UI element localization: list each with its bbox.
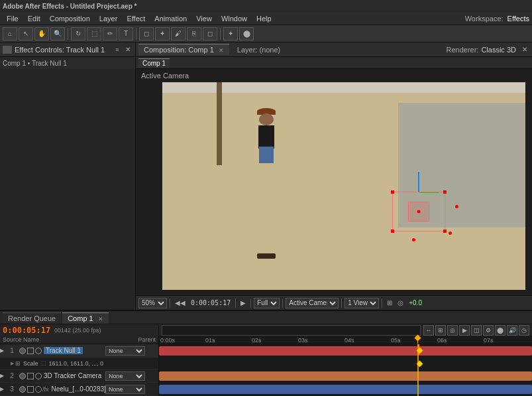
tl-tool6[interactable]: ⚙	[483, 325, 494, 336]
audio-1[interactable]	[35, 348, 42, 354]
solo-1[interactable]	[19, 348, 26, 354]
ruler-2s: 02s	[252, 337, 262, 344]
video-1[interactable]	[27, 348, 34, 354]
comp-toolbar: 50% ◀◀ 0:00:05:17 ▶ Full Active Camera 1…	[136, 295, 532, 310]
render-queue-tab[interactable]: Render Queue	[3, 312, 61, 324]
scale-expand[interactable]: ▶	[11, 361, 14, 366]
axis-vertical	[418, 172, 419, 192]
comp-sub-tab[interactable]: Comp 1	[138, 58, 170, 68]
quality-select[interactable]: Full	[254, 298, 280, 308]
time-ruler: 0:00s 01s 02s 03s 04s 05s 06s 07s	[159, 336, 532, 344]
menu-help[interactable]: Help	[252, 13, 276, 24]
layer-row-3: ▶ 3 /fx Neelu_[...0-00283].jpg None	[0, 383, 158, 396]
toolbar-clone-btn[interactable]: ⎘	[187, 27, 201, 40]
composition-tab[interactable]: Composition: Comp 1 ✕	[138, 44, 229, 55]
track-bar-1	[159, 346, 532, 356]
panel-menu-btn[interactable]: ≡	[113, 45, 122, 54]
parent-select-3[interactable]: None	[105, 385, 145, 394]
toolbar-pen-btn[interactable]: ✏	[103, 27, 117, 40]
menu-window[interactable]: Window	[217, 13, 251, 24]
comp-viewer[interactable]: Active Camera	[136, 69, 532, 295]
comp-panel-close-btn[interactable]: ✕	[520, 45, 529, 54]
comp-tab-label: Composition: Comp 1	[144, 46, 214, 54]
play-btn[interactable]: ▶	[239, 299, 248, 306]
ct-sep5	[341, 298, 342, 308]
body	[258, 125, 274, 149]
track-bar-3	[159, 385, 532, 394]
tl-tool7[interactable]: ⬤	[495, 325, 505, 336]
toolbar-sep1	[68, 28, 68, 40]
transform-icon: ⊞	[15, 360, 21, 367]
layer-label: Layer: (none)	[237, 46, 280, 54]
menu-composition[interactable]: Composition	[46, 13, 94, 24]
audio-3[interactable]	[35, 386, 42, 393]
ruler-6s: 06s	[437, 337, 447, 344]
time-display: 0:00:05:17	[189, 299, 233, 306]
tl-tool2[interactable]: ⊞	[435, 325, 446, 336]
toolbar: ⌂ ↖ ✋ 🔍 ↻ ⬚ ✏ T ◻ ✦ 🖌 ⎘ ◻ ✦ ⬤	[0, 25, 532, 42]
video-3[interactable]	[27, 386, 34, 393]
menu-animation[interactable]: Animation	[150, 13, 191, 24]
expand-1[interactable]: ▶	[0, 348, 4, 354]
toolbar-shape-btn[interactable]: ◻	[139, 27, 154, 40]
tl-tool1[interactable]: ↔	[423, 325, 434, 336]
menu-layer[interactable]: Layer	[95, 13, 122, 24]
layer-name-2[interactable]: 3D Tracker Camera	[42, 372, 105, 379]
camera-select[interactable]: Active Camera	[286, 298, 339, 308]
tl-tool4[interactable]: ▶	[459, 325, 470, 336]
views-select[interactable]: 1 View	[345, 298, 379, 308]
layer-num-2: 2	[5, 372, 19, 379]
menu-view[interactable]: View	[192, 13, 216, 24]
current-time-display[interactable]: 0:00:05:17	[0, 326, 53, 335]
expand-3[interactable]: ▶	[0, 386, 4, 392]
corner-tr	[443, 190, 447, 194]
toolbar-home-btn[interactable]: ⌂	[3, 27, 17, 40]
track-area	[159, 344, 532, 396]
title-bar: Adobe After Effects - Untitled Project.a…	[0, 0, 532, 12]
renderer-label: Renderer:	[447, 46, 479, 54]
toolbar-brush-btn[interactable]: 🖌	[171, 27, 186, 40]
toolbar-roto-btn[interactable]: ⬤	[239, 27, 254, 40]
parent-select-1[interactable]: None	[105, 346, 145, 356]
video-2[interactable]	[27, 373, 34, 379]
tl-tool3[interactable]: ◎	[447, 325, 458, 336]
zoom-select[interactable]: 50%	[138, 298, 167, 308]
toolbar-zoom-btn[interactable]: 🔍	[50, 27, 65, 40]
motion-blur-btn[interactable]: ◎	[396, 299, 405, 306]
menu-edit[interactable]: Edit	[24, 13, 44, 24]
solo-2[interactable]	[19, 373, 26, 379]
parent-select-2[interactable]: None	[105, 371, 145, 381]
toolbar-hand-btn[interactable]: ✋	[34, 27, 49, 40]
comp-timeline-close[interactable]: ✕	[98, 316, 103, 322]
expand-2[interactable]: ▶	[0, 373, 4, 379]
head	[259, 113, 274, 125]
tl-tool8[interactable]: 🔊	[507, 325, 517, 336]
toolbar-text-btn[interactable]: T	[119, 27, 133, 40]
layer-name-1[interactable]: Track Null 1	[42, 347, 105, 354]
ruler-row: Source Name Parent 0:00s 01s 02s 03s 04s…	[0, 336, 532, 344]
toolbar-eraser-btn[interactable]: ◻	[203, 27, 217, 40]
toolbar-cam-btn[interactable]: ⬚	[87, 27, 101, 40]
renderer-area: Renderer: Classic 3D ✕	[447, 45, 530, 54]
layer-name-3[interactable]: Neelu_[...0-00283].jpg	[50, 385, 105, 393]
corner-br	[443, 230, 447, 233]
tl-tool5[interactable]: ◫	[471, 325, 482, 336]
frame-back-btn[interactable]: ◀◀	[173, 299, 187, 306]
toolbar-select-btn[interactable]: ↖	[19, 27, 33, 40]
solo-3[interactable]	[19, 386, 26, 393]
comp-tab-close[interactable]: ✕	[219, 47, 224, 54]
grid-btn[interactable]: ⊞	[385, 299, 394, 306]
toolbar-puppet-btn[interactable]: ✦	[223, 27, 238, 40]
audio-2[interactable]	[35, 373, 42, 379]
menu-effect[interactable]: Effect	[123, 13, 149, 24]
scale-value: 1611.0, 1611.0, ..., 0	[49, 360, 104, 367]
tl-tool9[interactable]: ◷	[519, 325, 529, 336]
timeline-search[interactable]	[162, 325, 421, 336]
panel-close-btn[interactable]: ✕	[123, 45, 133, 54]
toolbar-rotate-btn[interactable]: ↻	[71, 27, 85, 40]
comp-timeline-tab[interactable]: Comp 1 ✕	[62, 312, 109, 324]
menu-file[interactable]: File	[3, 13, 23, 24]
toolbar-star-btn[interactable]: ✦	[155, 27, 170, 40]
layer-name-highlight-1: Track Null 1	[44, 347, 83, 354]
scale-label: Scale	[23, 360, 38, 367]
